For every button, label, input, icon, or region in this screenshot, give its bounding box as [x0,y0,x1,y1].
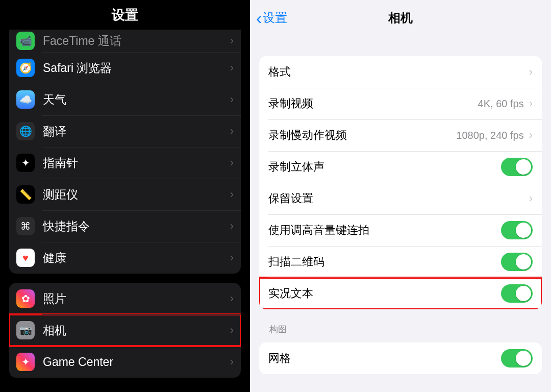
left-title: 设置 [0,0,250,30]
row-live-text[interactable]: 实况文本 [259,278,542,309]
row-stereo-label: 录制立体声 [268,159,501,175]
row-stereo[interactable]: 录制立体声 [259,151,542,183]
row-volume-burst[interactable]: 使用调高音量键连拍 [259,214,542,246]
row-gamecenter[interactable]: ✦Game Center› [9,346,241,378]
row-qr-label: 扫描二维码 [268,254,501,270]
right-title: 相机 [388,10,413,26]
row-volume-burst-label: 使用调高音量键连拍 [268,223,501,238]
row-record-slomo[interactable]: 录制慢动作视频1080p, 240 fps› [259,119,542,151]
row-translate-label: 翻译 [43,124,226,139]
row-grid-toggle[interactable] [501,349,533,368]
row-safari[interactable]: 🧭Safari 浏览器› [9,52,241,84]
chevron-right-icon: › [230,125,234,138]
chevron-left-icon: ‹ [256,9,262,27]
row-health-icon: ♥ [16,249,35,267]
chevron-right-icon: › [529,65,533,79]
row-qr-toggle[interactable] [501,253,533,271]
chevron-right-icon: › [230,34,234,47]
chevron-right-icon: › [230,156,234,169]
chevron-right-icon: › [230,324,234,337]
chevron-right-icon: › [230,61,234,75]
row-photos-label: 照片 [43,291,226,307]
right-panel-camera: ‹ 设置 相机 格式›录制视频4K, 60 fps›录制慢动作视频1080p, … [250,0,551,392]
row-gamecenter-icon: ✦ [16,353,35,371]
row-record-video[interactable]: 录制视频4K, 60 fps› [259,88,542,119]
row-gamecenter-label: Game Center [43,355,226,369]
right-scroll[interactable]: 格式›录制视频4K, 60 fps›录制慢动作视频1080p, 240 fps›… [250,56,551,384]
row-photos-icon: ✿ [16,289,35,308]
right-group-1: 格式›录制视频4K, 60 fps›录制慢动作视频1080p, 240 fps›… [259,56,542,309]
chevron-right-icon: › [230,251,234,264]
row-camera[interactable]: 📷相机› [9,314,241,346]
row-weather-icon: ☁️ [16,90,35,109]
row-format-label: 格式 [268,64,524,80]
left-group-2: ✿照片›📷相机›✦Game Center› [9,283,241,378]
left-panel-settings: 设置 📹FaceTime 通话›🧭Safari 浏览器›☁️天气›🌐翻译›✦指南… [0,0,250,392]
row-record-video-label: 录制视频 [268,96,478,111]
left-group-1: 📹FaceTime 通话›🧭Safari 浏览器›☁️天气›🌐翻译›✦指南针›📏… [9,30,241,274]
row-measure-icon: 📏 [16,185,35,204]
row-shortcuts-label: 快捷指令 [43,218,226,234]
row-facetime[interactable]: 📹FaceTime 通话› [9,30,241,52]
row-measure-label: 测距仪 [43,187,226,203]
back-label: 设置 [263,10,287,26]
row-grid[interactable]: 网格 [259,342,542,374]
row-shortcuts[interactable]: ⌘快捷指令› [9,210,241,242]
row-format[interactable]: 格式› [259,56,542,88]
row-facetime-label: FaceTime 通话 [43,33,226,49]
chevron-right-icon: › [230,355,234,369]
row-camera-label: 相机 [43,323,226,338]
row-measure[interactable]: 📏测距仪› [9,179,241,210]
section-title-composition: 构图 [269,324,542,335]
chevron-right-icon: › [230,219,234,233]
row-facetime-icon: 📹 [16,32,35,50]
chevron-right-icon: › [230,188,234,201]
row-weather-label: 天气 [43,92,226,108]
row-preserve-label: 保留设置 [268,191,524,206]
row-weather[interactable]: ☁️天气› [9,84,241,115]
left-scroll[interactable]: 📹FaceTime 通话›🧭Safari 浏览器›☁️天气›🌐翻译›✦指南针›📏… [0,30,250,388]
chevron-right-icon: › [230,93,234,106]
chevron-right-icon: › [529,97,533,110]
right-group-2: 网格 [259,342,542,374]
row-safari-icon: 🧭 [16,59,35,77]
chevron-right-icon: › [529,192,533,205]
chevron-right-icon: › [529,129,533,142]
row-record-video-value: 4K, 60 fps [478,98,524,110]
row-live-text-toggle[interactable] [501,284,533,303]
row-health[interactable]: ♥健康› [9,242,241,274]
back-button[interactable]: ‹ 设置 [256,9,287,27]
chevron-right-icon: › [230,292,234,305]
row-record-slomo-value: 1080p, 240 fps [456,130,523,141]
row-translate-icon: 🌐 [16,122,35,140]
row-camera-icon: 📷 [16,321,35,339]
row-volume-burst-toggle[interactable] [501,221,533,239]
row-health-label: 健康 [43,250,226,266]
row-compass[interactable]: ✦指南针› [9,147,241,179]
right-header: ‹ 设置 相机 [250,0,551,36]
row-translate[interactable]: 🌐翻译› [9,115,241,147]
row-qr[interactable]: 扫描二维码 [259,246,542,278]
row-compass-icon: ✦ [16,154,35,172]
row-compass-label: 指南针 [43,155,226,171]
row-safari-label: Safari 浏览器 [43,60,226,76]
row-record-slomo-label: 录制慢动作视频 [268,128,456,143]
row-preserve[interactable]: 保留设置› [259,183,542,214]
row-photos[interactable]: ✿照片› [9,283,241,314]
row-live-text-label: 实况文本 [268,286,501,301]
row-shortcuts-icon: ⌘ [16,217,35,235]
row-grid-label: 网格 [268,351,501,366]
row-stereo-toggle[interactable] [501,158,533,176]
